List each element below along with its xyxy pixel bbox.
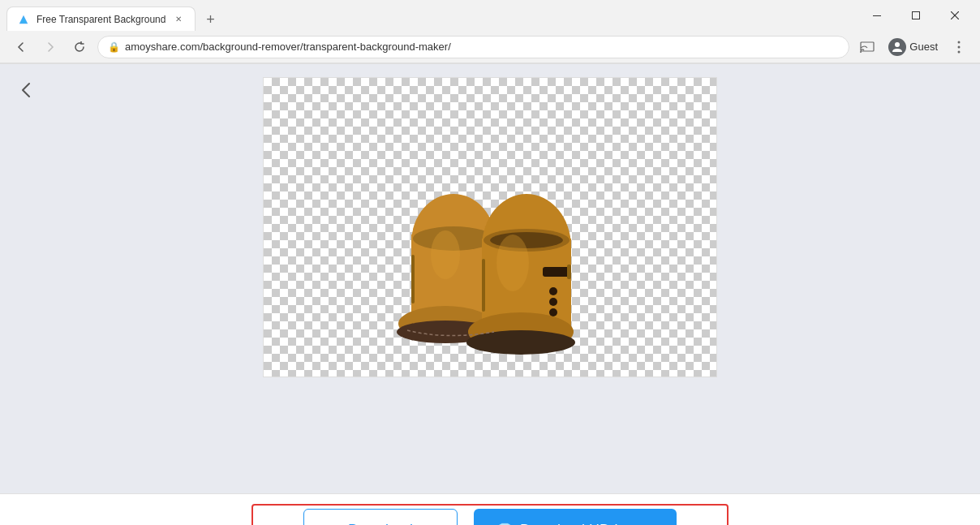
tab-favicon xyxy=(17,13,30,26)
download-button[interactable]: Download xyxy=(303,509,458,526)
bottom-action-area: Download 💎 Download HD Image xyxy=(0,493,980,525)
svg-point-23 xyxy=(549,287,557,295)
svg-point-11 xyxy=(958,50,961,53)
ssl-icon: 🔒 xyxy=(108,41,120,53)
active-tab[interactable]: Free Transparent Background ✕ xyxy=(6,6,196,31)
download-hd-button[interactable]: 💎 Download HD Image xyxy=(474,509,677,526)
image-preview-area xyxy=(263,77,717,377)
svg-rect-26 xyxy=(543,267,571,277)
menu-button[interactable] xyxy=(948,36,970,58)
profile-name: Guest xyxy=(909,41,938,53)
address-bar: 🔒 amoyshare.com/background-remover/trans… xyxy=(0,31,980,63)
forward-button[interactable] xyxy=(39,36,62,58)
cast-button[interactable] xyxy=(856,36,879,58)
svg-point-18 xyxy=(431,230,460,279)
svg-point-7 xyxy=(860,51,862,53)
url-bar[interactable]: 🔒 amoyshare.com/background-remover/trans… xyxy=(97,36,849,58)
page-content xyxy=(0,64,980,493)
svg-rect-3 xyxy=(913,12,920,19)
svg-point-25 xyxy=(549,308,557,316)
svg-rect-27 xyxy=(567,265,571,279)
url-text: amoyshare.com/background-remover/transpa… xyxy=(125,41,839,53)
profile-avatar xyxy=(888,38,906,56)
maximize-button[interactable] xyxy=(897,2,935,28)
back-nav-button[interactable] xyxy=(13,77,39,103)
profile-button[interactable]: Guest xyxy=(882,37,944,58)
svg-rect-31 xyxy=(482,259,485,312)
svg-point-24 xyxy=(549,298,557,306)
title-bar: Free Transparent Background ✕ + xyxy=(0,0,980,31)
tab-close-button[interactable]: ✕ xyxy=(172,13,185,26)
browser-chrome: Free Transparent Background ✕ + xyxy=(0,0,980,64)
close-button[interactable] xyxy=(936,2,974,28)
boots-image xyxy=(360,166,620,360)
new-tab-button[interactable]: + xyxy=(199,8,221,31)
svg-point-9 xyxy=(958,41,961,43)
svg-point-10 xyxy=(958,45,961,48)
back-button[interactable] xyxy=(10,36,32,58)
svg-point-8 xyxy=(895,42,900,47)
svg-point-30 xyxy=(496,235,529,291)
refresh-button[interactable] xyxy=(68,36,91,58)
svg-rect-16 xyxy=(411,255,415,303)
diamond-icon: 💎 xyxy=(496,522,514,526)
minimize-button[interactable] xyxy=(858,2,896,28)
window-controls xyxy=(858,2,974,28)
tab-area: Free Transparent Background ✕ + xyxy=(6,0,221,31)
svg-rect-2 xyxy=(873,15,881,16)
browser-extras: Guest xyxy=(856,36,970,58)
tab-title: Free Transparent Background xyxy=(37,14,165,25)
